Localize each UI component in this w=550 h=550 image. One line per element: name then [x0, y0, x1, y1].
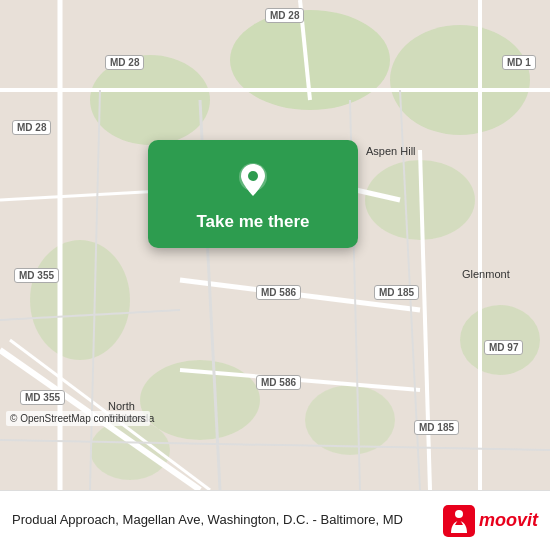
road-label-md185-bot: MD 185 [414, 420, 459, 435]
moovit-logo-icon [443, 505, 475, 537]
svg-point-2 [390, 25, 530, 135]
attribution-text: © OpenStreetMap contributors [6, 411, 150, 426]
take-me-there-label: Take me there [196, 212, 309, 232]
map-container: MD 28 MD 28 MD 28 MD 355 MD 355 MD 586 M… [0, 0, 550, 490]
road-label-md1: MD 1 [502, 55, 536, 70]
place-label-aspen-hill: Aspen Hill [366, 145, 416, 157]
address-text: Produal Approach, Magellan Ave, Washingt… [12, 511, 443, 529]
svg-point-30 [455, 510, 463, 518]
take-me-there-button[interactable]: Take me there [148, 140, 358, 248]
place-label-glenmont: Glenmont [462, 268, 510, 280]
svg-point-8 [305, 385, 395, 455]
moovit-text: moovit [479, 510, 538, 531]
svg-point-6 [30, 240, 130, 360]
road-label-md586-bot: MD 586 [256, 375, 301, 390]
road-label-md28-far: MD 28 [12, 120, 51, 135]
location-pin-icon [231, 158, 275, 202]
road-label-md586-mid2: MD 586 [256, 285, 301, 300]
road-label-md185: MD 185 [374, 285, 419, 300]
road-label-md355: MD 355 [14, 268, 59, 283]
svg-point-28 [248, 171, 258, 181]
moovit-logo: moovit [443, 505, 538, 537]
bottom-bar: Produal Approach, Magellan Ave, Washingt… [0, 490, 550, 550]
road-label-md97: MD 97 [484, 340, 523, 355]
road-label-md355-bot: MD 355 [20, 390, 65, 405]
road-label-md28-left: MD 28 [105, 55, 144, 70]
road-label-md28-top: MD 28 [265, 8, 304, 23]
